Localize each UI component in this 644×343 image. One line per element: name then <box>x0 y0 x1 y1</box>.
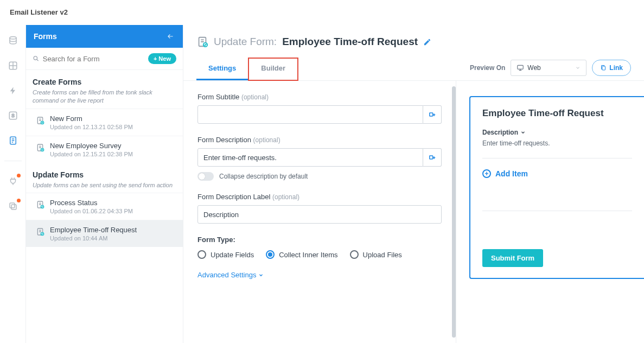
form-doc-icon <box>36 116 44 125</box>
rail-separator <box>4 161 22 161</box>
divider <box>482 211 632 211</box>
section-heading: Update Forms <box>33 170 176 179</box>
advanced-settings-link[interactable]: Advanced Settings <box>197 271 442 279</box>
radio-label: Update Fields <box>211 251 254 259</box>
svg-rect-20 <box>602 66 605 70</box>
section-heading: Create Forms <box>33 78 176 86</box>
search-box[interactable] <box>33 55 144 63</box>
field-description: Form Description (optional) Collapse des… <box>197 136 442 181</box>
form-item[interactable]: Employee Time-off Request Updated on 10:… <box>26 220 183 247</box>
preview-desc-toggle[interactable]: Description <box>482 129 632 136</box>
content-row: Form Subtitle (optional) Form Descriptio… <box>183 81 644 343</box>
add-item-button[interactable]: + Add Item <box>482 169 632 178</box>
notification-dot <box>17 199 21 202</box>
tabs-row: Settings Builder Preview On Web <box>183 58 644 81</box>
toolbar-right: Preview On Web Lin <box>470 60 631 80</box>
preview-on-label: Preview On <box>470 64 505 72</box>
form-icon[interactable] <box>7 135 19 147</box>
svg-point-0 <box>10 37 16 40</box>
notification-dot <box>17 174 21 177</box>
field-desc-label: Form Description Label (optional) <box>197 193 442 224</box>
preview-desc-text: Enter time-off requests. <box>482 139 632 147</box>
section-create-forms: Create Forms Create forms can be filled … <box>26 70 183 109</box>
grid-icon[interactable] <box>7 60 19 72</box>
radio-icon <box>350 250 359 259</box>
svg-text:S: S <box>11 113 15 118</box>
form-header-icon <box>196 36 208 48</box>
preview-pane: Employee Time-off Request Description En… <box>456 81 644 343</box>
new-form-button[interactable]: + New <box>148 53 176 64</box>
tab-settings[interactable]: Settings <box>196 58 248 80</box>
add-item-label: Add Item <box>495 169 528 178</box>
optional-hint: (optional) <box>272 193 299 201</box>
s-box-icon[interactable]: S <box>7 110 19 122</box>
radio-label: Upload Files <box>363 251 402 259</box>
form-item-title: New Form <box>50 115 133 123</box>
preview-select[interactable]: Web <box>511 60 586 76</box>
collapse-sidebar-icon[interactable] <box>165 33 175 40</box>
main-header: Update Form: Employee Time-off Request <box>183 25 644 48</box>
subtitle-label: Form Subtitle <box>197 93 239 101</box>
sidebar-title: Forms <box>34 32 57 41</box>
svg-rect-18 <box>518 65 524 69</box>
preview-value: Web <box>527 64 540 72</box>
form-item-sub: Updated on 12.15.21 02:38 PM <box>50 151 133 157</box>
form-item[interactable]: New Employee Survey Updated on 12.15.21 … <box>26 136 183 163</box>
radio-upload-files[interactable]: Upload Files <box>350 250 402 259</box>
copy-icon[interactable] <box>7 200 19 212</box>
edit-name-icon[interactable] <box>423 38 431 46</box>
svg-rect-6 <box>10 203 15 208</box>
sidebar-header: Forms <box>26 25 183 48</box>
form-doc-icon <box>36 200 44 209</box>
plug-icon[interactable] <box>7 175 19 187</box>
optional-hint: (optional) <box>241 93 269 101</box>
search-row: + New <box>26 48 183 70</box>
radio-label: Collect Inner Items <box>279 251 337 259</box>
chevron-down-icon <box>575 65 581 71</box>
layout: S Forms + New <box>0 25 644 343</box>
section-subtext: Create forms can be filled from the tonk… <box>33 88 176 105</box>
form-item-title: New Employee Survey <box>50 142 133 150</box>
optional-hint: (optional) <box>253 136 280 144</box>
tab-builder[interactable]: Builder <box>248 58 298 81</box>
description-input[interactable] <box>197 148 423 167</box>
form-doc-icon <box>36 227 44 237</box>
form-item-title: Process Status <box>50 199 133 207</box>
link-icon <box>600 65 607 71</box>
scrollbar[interactable] <box>452 86 456 338</box>
form-item[interactable]: New Form Updated on 12.13.21 02:58 PM <box>26 109 183 136</box>
monitor-icon <box>517 64 524 72</box>
svg-point-7 <box>34 56 37 60</box>
section-subtext: Update forms can be sent using the send … <box>33 181 176 189</box>
field-form-type: Form Type: Update Fields Collect Inner I… <box>197 236 442 259</box>
subtitle-input[interactable] <box>197 105 423 124</box>
description-label: Form Description <box>197 136 251 144</box>
main: Update Form: Employee Time-off Request S… <box>183 25 644 343</box>
radio-collect-items[interactable]: Collect Inner Items <box>266 250 337 259</box>
search-input[interactable] <box>43 55 144 63</box>
preview-title: Employee Time-off Request <box>482 108 632 119</box>
collapse-label: Collapse description by default <box>219 173 308 180</box>
plus-circle-icon: + <box>482 169 491 178</box>
bolt-icon[interactable] <box>7 85 19 97</box>
link-label: Link <box>609 64 623 72</box>
icon-rail: S <box>0 25 26 343</box>
preview-desc-label: Description <box>482 129 518 136</box>
form-item-title: Employee Time-off Request <box>50 226 137 234</box>
svg-rect-22 <box>429 156 432 159</box>
svg-rect-5 <box>11 205 16 209</box>
form-item[interactable]: Process Status Updated on 01.06.22 04:33… <box>26 193 183 220</box>
divider <box>482 158 632 158</box>
radio-update-fields[interactable]: Update Fields <box>197 250 254 259</box>
database-icon[interactable] <box>7 35 19 47</box>
submit-form-button[interactable]: Submit Form <box>482 249 543 267</box>
insert-token-button[interactable] <box>423 148 442 167</box>
collapse-description-toggle[interactable] <box>197 172 214 181</box>
insert-token-button[interactable] <box>423 105 442 124</box>
link-button[interactable]: Link <box>592 60 631 76</box>
breadcrumb-prefix: Update Form: <box>214 36 277 48</box>
form-item-sub: Updated on 12.13.21 02:58 PM <box>50 124 133 130</box>
svg-rect-21 <box>429 113 432 116</box>
desc-label-input[interactable] <box>197 205 442 224</box>
advanced-label: Advanced Settings <box>197 271 256 279</box>
